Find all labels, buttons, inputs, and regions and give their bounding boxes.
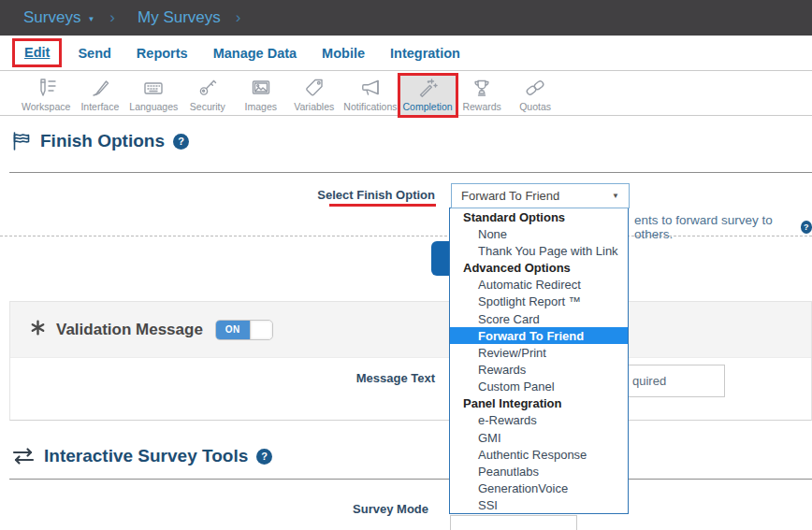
dropdown-group-panel-integration: Panel Integration [450,395,628,412]
toolbar-item-interface[interactable]: Interface [73,76,126,115]
forward-help-text: ents to forward survey to others. ? [634,213,812,241]
toolbar-item-label: Notifications [343,101,397,112]
toolbar-item-label: Languages [129,101,178,112]
toolbar-item-quotas[interactable]: Quotas [509,76,562,115]
message-text-label: Message Text [248,371,435,385]
asterisk-icon [29,319,47,340]
toolbar-item-completion[interactable]: Completion [400,76,456,115]
top-navigation-bar: Surveys ▼ › My Surveys › [0,0,812,36]
chevron-down-icon: ▼ [612,192,619,200]
save-button-partially-hidden[interactable] [431,241,451,276]
dropdown-option-custom-panel[interactable]: Custom Panel [450,379,628,395]
help-icon[interactable]: ? [256,449,272,465]
tab-mobile[interactable]: Mobile [322,46,365,61]
finish-option-dropdown-list: Standard OptionsNoneThank You Page with … [449,208,629,514]
breadcrumb-my-surveys[interactable]: My Surveys [138,8,221,27]
survey-mode-select[interactable] [450,515,577,530]
dropdown-option-review-print[interactable]: Review/Print [450,344,628,361]
breadcrumb-separator-icon: › [236,8,241,27]
toolbar-item-label: Variables [290,101,338,112]
toolbar-item-label: Images [237,101,284,112]
forward-help-text-fragment: ents to forward survey to others. [634,213,794,241]
validation-message-header: Validation Message ON [10,302,811,358]
red-annotation-box: Edit [12,38,62,67]
dropdown-option-generationvoice[interactable]: GenerationVoice [450,480,628,497]
toolbar-item-label: Completion [403,101,453,112]
survey-mode-label: Survey Mode [248,502,428,516]
dropdown-option-none[interactable]: None [450,225,628,242]
divider [9,479,812,480]
toolbar-item-label: Rewards [458,101,506,112]
breadcrumb-surveys[interactable]: Surveys [23,8,80,27]
dropdown-option-spotlight-report[interactable]: Spotlight Report ™ [450,294,628,310]
toolbar-item-label: Security [183,101,231,112]
help-icon[interactable]: ? [801,221,812,234]
tag-icon [290,77,338,99]
finish-options-heading: Finish Options ? [11,131,189,151]
toolbar-item-rewards[interactable]: Rewards [456,76,509,115]
validation-toggle[interactable]: ON [215,320,273,340]
breadcrumb-separator-icon: › [109,8,115,27]
menu-bar: EditSendReportsManage DataMobileIntegrat… [0,36,812,71]
toggle-on-label: ON [216,321,250,339]
dropdown-option-score-card[interactable]: Score Card [450,310,628,327]
toolbar-item-variables[interactable]: Variables [287,76,341,115]
dropdown-option-automatic-redirect[interactable]: Automatic Redirect [450,277,628,294]
finish-option-selected-value: Forward To Friend [461,189,559,203]
tab-reports[interactable]: Reports [137,46,188,61]
dropdown-option-forward-to-friend[interactable]: Forward To Friend [450,327,628,344]
dropdown-option-e-rewards[interactable]: e-Rewards [450,412,628,429]
validation-message-card: Validation Message ON [9,301,812,421]
toolbar-item-notifications[interactable]: Notifications [341,76,399,115]
toolbar-item-images[interactable]: Images [234,76,287,115]
section-title: Interactive Survey Tools [44,446,248,466]
trophy-icon [458,77,506,99]
swap-arrows-icon [11,447,36,466]
tab-edit[interactable]: Edit [24,45,50,60]
dropdown-option-ssi[interactable]: SSI [450,497,628,514]
toolbar-item-workspace[interactable]: Workspace [19,76,73,115]
keyboard-icon [129,77,178,99]
validation-message-title: Validation Message [56,321,203,339]
divider [9,172,812,173]
dropdown-option-peanutlabs[interactable]: Peanutlabs [450,463,628,480]
brush-icon [76,77,123,99]
finish-option-select[interactable]: Forward To Friend ▼ [451,183,630,208]
red-underline-annotation [329,204,436,207]
magic-wand-icon [403,77,453,99]
tab-manage-data[interactable]: Manage Data [213,46,297,61]
edit-toolbar: WorkspaceInterfaceLanguagesSecurityImage… [0,72,812,116]
dropdown-group-standard-options: Standard Options [450,208,628,225]
dropdown-option-rewards[interactable]: Rewards [450,361,628,378]
pencil-list-icon [22,77,70,99]
interactive-survey-tools-heading: Interactive Survey Tools ? [11,446,272,466]
toolbar-item-languages[interactable]: Languages [126,76,181,115]
flag-icon [11,131,32,151]
tab-integration[interactable]: Integration [390,46,460,61]
dropdown-group-advanced-options: Advanced Options [450,259,628,276]
chain-links-icon [512,77,559,99]
tab-send[interactable]: Send [78,46,110,61]
dropdown-option-thank-you-page-with-link[interactable]: Thank You Page with Link [450,242,628,259]
help-icon[interactable]: ? [173,134,189,150]
toolbar-item-label: Workspace [22,101,70,112]
key-icon [183,77,231,99]
toolbar-item-security[interactable]: Security [181,76,234,115]
toggle-knob[interactable] [250,321,272,339]
dropdown-option-authentic-response[interactable]: Authentic Response [450,446,628,463]
megaphone-icon [343,77,397,99]
toolbar-item-label: Quotas [512,101,559,112]
message-text-value: quired [632,374,666,388]
dropdown-option-gmi[interactable]: GMI [450,429,628,446]
image-icon [237,77,284,99]
toolbar-item-label: Interface [76,101,123,112]
select-finish-option-label: Select Finish Option [248,188,435,202]
chevron-down-icon[interactable]: ▼ [87,15,94,23]
page-title: Finish Options [40,131,165,151]
